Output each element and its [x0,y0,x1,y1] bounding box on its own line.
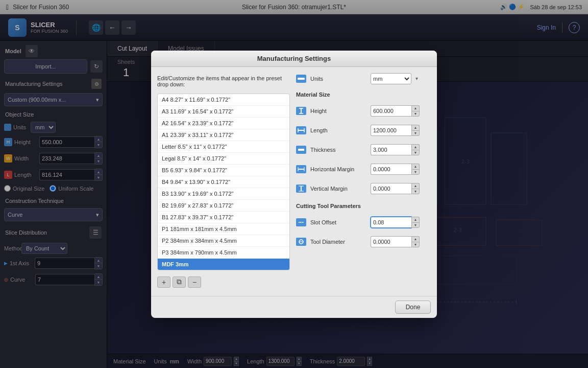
dialog-horiz-margin-down[interactable]: ▼ [411,169,420,175]
dialog-length-row: Length ▲ ▼ [296,123,431,137]
dialog-length-label: Length [310,127,366,133]
dialog-tool-diameter-spinners: ▲ ▼ [411,236,420,247]
cutting-tool-section-label: Cutting Tool Parameters [296,201,431,210]
preset-item-letter[interactable]: Letter 8.5" x 11" x 0.1772" [158,141,289,153]
dialog-vert-margin-spinners: ▲ ▼ [411,183,420,194]
dialog-height-label: Height [310,108,366,114]
dialog-thickness-up[interactable]: ▲ [411,144,420,150]
preset-item-b5[interactable]: B5 6.93" x 9.84" x 0.1772" [158,165,289,176]
dialog-vert-margin-input[interactable] [371,183,411,194]
dialog-tool-diameter-label: Tool Diameter [310,239,366,245]
preset-item-p2[interactable]: P2 384mm x 384mm x 4.5mm [158,235,289,247]
dialog-vert-margin-up[interactable]: ▲ [411,183,420,189]
dialog-horiz-margin-label: Horizontal Margin [310,166,366,172]
dialog-slot-offset-down[interactable]: ▼ [411,222,420,228]
preset-item-a1[interactable]: A1 23.39" x 33.11" x 0.1772" [158,129,289,141]
dialog-tool-diameter-row: Tool Diameter ▲ ▼ [296,235,431,249]
dialog-tool-diameter-input[interactable] [371,236,411,247]
dialog-height-spinners: ▲ ▼ [411,105,420,117]
dialog-thickness-spinners: ▲ ▼ [411,144,420,155]
dialog-height-up[interactable]: ▲ [411,105,420,111]
dialog-slot-offset-input[interactable] [371,217,411,228]
dialog-instruction: Edit/Customize the items that appear in … [157,73,290,89]
dialog-slot-offset-up[interactable]: ▲ [411,217,420,222]
dialog-thickness-row: Thickness ▲ ▼ [296,143,431,157]
dialog-units-select[interactable]: mm in cm [371,73,411,84]
dialog-length-down[interactable]: ▼ [411,130,420,136]
dialog-overlay: Manufacturing Settings Edit/Customize th… [0,0,588,368]
dialog-thickness-input-wrap: ▲ ▼ [371,144,420,155]
dialog-content: Edit/Customize the items that appear in … [151,67,437,296]
dialog-height-row: Height ▲ ▼ [296,104,431,118]
manufacturing-settings-dialog: Manufacturing Settings Edit/Customize th… [151,51,437,318]
dialog-vert-margin-icon [296,185,306,193]
preset-item-a2[interactable]: A2 16.54" x 23.39" x 0.1772" [158,118,289,129]
dialog-slot-offset-spinners: ▲ ▼ [411,217,420,228]
preset-item-b1[interactable]: B1 27.83" x 39.37" x 0.1772" [158,212,289,223]
dialog-horiz-margin-input[interactable] [371,164,411,175]
preset-item-a4[interactable]: A4 8.27" x 11.69" x 0.1772" [158,94,289,106]
dialog-vert-margin-label: Vertical Margin [310,186,366,192]
dialog-units-row: Units mm in cm ▾ [296,73,431,84]
dialog-vert-margin-input-wrap: ▲ ▼ [371,183,420,194]
dialog-thickness-input[interactable] [371,144,411,155]
dialog-horiz-margin-spinners: ▲ ▼ [411,164,420,175]
preset-item-b3[interactable]: B3 13.90" x 19.69" x 0.1772" [158,188,289,200]
dialog-tool-diameter-icon [296,238,306,246]
dialog-height-input[interactable] [371,105,411,117]
dialog-slot-offset-label: Slot Offset [310,219,366,225]
remove-preset-button[interactable]: − [188,277,201,288]
dialog-height-input-wrap: ▲ ▼ [371,105,420,117]
dialog-slot-offset-input-wrap: ▲ ▼ [371,217,420,228]
dialog-tool-diameter-input-wrap: ▲ ▼ [371,236,420,247]
dialog-horiz-margin-up[interactable]: ▲ [411,164,420,169]
dialog-tool-diameter-down[interactable]: ▼ [411,242,420,247]
preset-item-mdf3mm[interactable]: MDF 3mm [158,259,289,270]
dialog-thickness-label: Thickness [310,147,366,153]
duplicate-preset-button[interactable]: ⧉ [173,277,186,288]
dialog-units-arrow-icon: ▾ [415,76,418,81]
preset-item-p1[interactable]: P1 181mm x 181mm x 4.5mm [158,223,289,235]
dialog-slot-offset-icon [296,218,306,226]
preset-item-a3[interactable]: A3 11.69" x 16.54" x 0.1772" [158,106,289,118]
svg-rect-34 [298,149,304,151]
dialog-length-up[interactable]: ▲ [411,125,420,130]
dialog-length-spinners: ▲ ▼ [411,125,420,136]
dialog-vert-margin-row: Vertical Margin ▲ ▼ [296,181,431,196]
dialog-horiz-margin-row: Horizontal Margin ▲ ▼ [296,162,431,176]
presets-list: A4 8.27" x 11.69" x 0.1772" A3 11.69" x … [157,94,290,270]
dialog-length-input[interactable] [371,125,411,136]
dialog-units-label: Units [310,76,366,82]
dialog-tool-diameter-up[interactable]: ▲ [411,236,420,242]
preset-item-b2[interactable]: B2 19.69" x 27.83" x 0.1772" [158,200,289,212]
dialog-slot-offset-row: Slot Offset ▲ ▼ [296,215,431,229]
dialog-length-input-wrap: ▲ ▼ [371,125,420,136]
add-preset-button[interactable]: + [157,277,170,288]
done-button[interactable]: Done [395,301,431,314]
dialog-height-icon [296,107,306,115]
dialog-left-panel: Edit/Customize the items that appear in … [157,73,290,290]
svg-rect-38 [301,186,302,191]
dialog-vert-margin-down[interactable]: ▼ [411,189,420,194]
preset-item-legal[interactable]: Legal 8.5" x 14" x 0.1772" [158,153,289,165]
dialog-height-down[interactable]: ▼ [411,111,420,117]
svg-rect-35 [298,169,304,170]
preset-item-b4[interactable]: B4 9.84" x 13.90" x 0.1772" [158,176,289,188]
preset-item-p3[interactable]: P3 384mm x 790mm x 4.5mm [158,247,289,259]
dialog-footer: Done [151,296,437,318]
list-footer: + ⧉ − [157,274,290,290]
dialog-thickness-down[interactable]: ▼ [411,150,420,155]
material-size-section-label: Material Size [296,89,431,99]
dialog-length-icon [296,126,306,134]
dialog-horiz-margin-icon [296,165,306,173]
dialog-right-panel: Units mm in cm ▾ Material Size Height [296,73,431,290]
dialog-units-icon [296,75,306,83]
dialog-title: Manufacturing Settings [151,51,437,67]
svg-rect-27 [298,78,305,80]
dialog-horiz-margin-input-wrap: ▲ ▼ [371,164,420,175]
dialog-thickness-icon [296,146,306,154]
